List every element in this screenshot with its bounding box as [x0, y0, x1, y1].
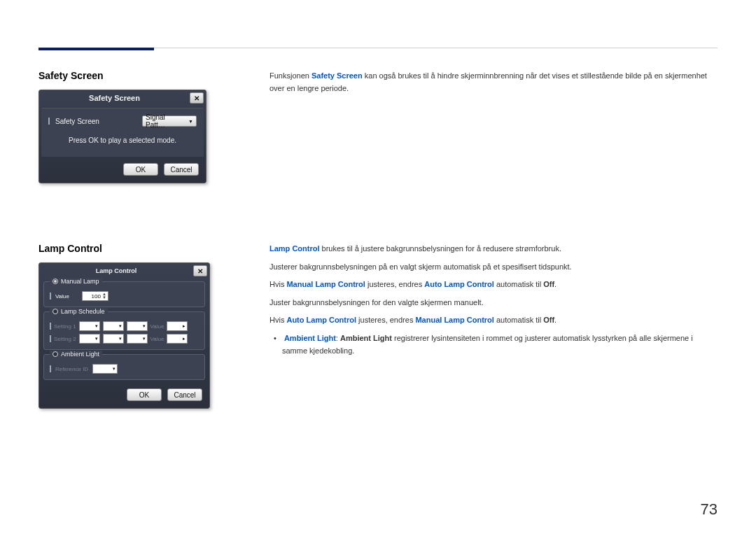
lamp-p5: Hvis Auto Lamp Control justeres, endres … [270, 314, 718, 327]
reference-label: Reference ID [55, 366, 88, 372]
manual-lamp-radio[interactable] [52, 279, 58, 284]
marker-icon [50, 293, 51, 300]
lamp-p4: Juster bakgrunnsbelysningen for den valg… [270, 297, 718, 309]
lamp-p2: Justerer bakgrunnsbelysningen på en valg… [270, 261, 718, 274]
setting1-ampm[interactable]: ▾ [127, 321, 148, 331]
lamp-schedule-radio[interactable] [52, 309, 58, 314]
lamp-p1: Lamp Control brukes til å justere bakgru… [270, 243, 718, 255]
dialog-title: Lamp Control [39, 267, 193, 274]
lamp-p3: Hvis Manual Lamp Control justeres, endre… [270, 279, 718, 291]
signal-pattern-dropdown[interactable]: Signal Patt… ▼ [142, 115, 197, 127]
cancel-button[interactable]: Cancel [164, 163, 199, 176]
page-number: 73 [701, 500, 718, 519]
ok-button[interactable]: OK [123, 163, 158, 176]
marker-icon [48, 118, 50, 125]
safety-item-label: Safety Screen [55, 118, 99, 125]
lamp-heading: Lamp Control [38, 243, 238, 254]
ambient-light-group: Ambient Light Reference ID ▾ [43, 354, 205, 380]
setting2-value[interactable]: ▸ [167, 334, 188, 344]
ambient-bullet: Ambient Light: Ambient Light registrerer… [270, 332, 718, 357]
ok-button[interactable]: OK [127, 388, 162, 401]
lamp-schedule-group: Lamp Schedule Setting 1 ▾ ▾ ▾ Value ▸ Se… [43, 311, 205, 350]
marker-icon [50, 335, 51, 342]
cancel-button[interactable]: Cancel [167, 388, 202, 401]
hint-text: Press OK to play a selected mode. [48, 136, 197, 144]
marker-icon [50, 365, 51, 372]
setting1-label: Setting 1 [54, 323, 76, 330]
close-icon[interactable]: ✕ [190, 92, 204, 104]
setting2-label: Setting 2 [54, 336, 76, 342]
marker-icon [50, 323, 51, 330]
reference-id-select[interactable]: ▾ [92, 364, 118, 374]
setting2-hour[interactable]: ▾ [79, 334, 100, 344]
manual-lamp-group: Manual Lamp Value 100 ▲▼ [43, 281, 205, 307]
setting1-hour[interactable]: ▾ [79, 321, 100, 331]
value-label: Value [55, 293, 69, 300]
setting2-ampm[interactable]: ▾ [127, 334, 148, 344]
chevron-down-icon: ▼ [188, 119, 193, 124]
dialog-title: Safety Screen [39, 94, 190, 102]
setting1-value[interactable]: ▸ [167, 321, 188, 331]
safety-dialog: Safety Screen ✕ Safety Screen Signal Pat… [38, 90, 206, 183]
safety-description: Funksjonen Safety Screen kan også brukes… [270, 70, 718, 94]
lamp-dialog: Lamp Control ✕ Manual Lamp Value 100 [38, 262, 210, 409]
ambient-light-radio[interactable] [52, 351, 58, 357]
setting2-min[interactable]: ▾ [103, 334, 124, 344]
value-stepper[interactable]: 100 ▲▼ [82, 291, 108, 301]
setting1-min[interactable]: ▾ [103, 321, 124, 331]
close-icon[interactable]: ✕ [193, 265, 207, 276]
safety-heading: Safety Screen [38, 70, 238, 81]
